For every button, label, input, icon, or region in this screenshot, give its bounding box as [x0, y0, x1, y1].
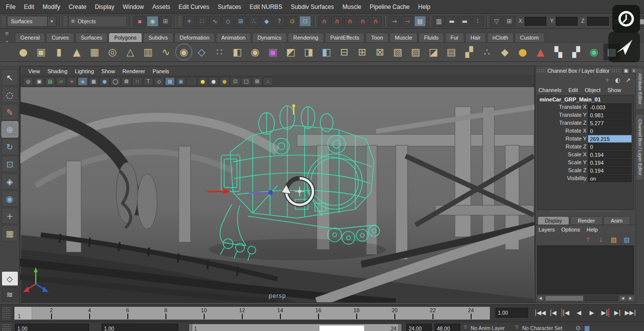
select-surfaces-icon[interactable]: ◇	[222, 16, 234, 27]
layer-editor-tab[interactable]: Render	[570, 216, 602, 225]
lock-selection-icon[interactable]: ⊙	[286, 16, 298, 27]
undock-icon[interactable]: ▣	[623, 67, 630, 74]
menu-item[interactable]: Display	[95, 3, 114, 10]
animation-end-field[interactable]: 48.00	[434, 324, 460, 331]
shelf-tab[interactable]: Polygons	[108, 33, 142, 42]
menu-item[interactable]: Channels	[538, 87, 561, 93]
x-coordinate-input[interactable]	[525, 17, 546, 26]
menu-item[interactable]: Options	[561, 227, 580, 233]
chevron-down-icon[interactable]: ▽	[464, 325, 467, 330]
snap-to-projected-center-icon[interactable]: ∩	[357, 16, 369, 27]
isolate-select-icon[interactable]: ⊞	[252, 77, 262, 86]
shelf-tab[interactable]: Custom	[515, 33, 544, 42]
scale-tool-icon[interactable]: ⊡	[1, 156, 18, 172]
range-start-handle[interactable]	[189, 324, 192, 331]
drag-handle[interactable]	[2, 307, 11, 320]
wireframe-icon[interactable]: ◇	[154, 77, 164, 86]
layer-editor-tab[interactable]: Anim	[603, 216, 630, 225]
channel-value-field[interactable]: 269.215	[588, 135, 632, 142]
smooth-shade-icon[interactable]: ■	[165, 77, 175, 86]
drag-handle[interactable]	[63, 16, 67, 26]
paint-selection-tool-icon[interactable]: ✎	[1, 104, 18, 120]
field-chart-icon[interactable]: ⊠	[121, 77, 131, 86]
node-links-icon[interactable]: ∴	[263, 77, 273, 86]
channel-value-field[interactable]: 0.194	[588, 167, 632, 174]
animation-preferences-icon[interactable]: ▦	[583, 324, 591, 331]
step-back-key-button[interactable]: |◀	[560, 307, 572, 318]
universal-manipulator-icon[interactable]: ◈	[1, 173, 18, 189]
viewport-menu-item[interactable]: Renderer	[122, 68, 145, 74]
channel-value-field[interactable]: 0.981	[588, 111, 632, 119]
select-by-object-icon[interactable]: ◉	[147, 16, 159, 27]
xray-icon[interactable]: □	[241, 77, 251, 86]
poly-cube-icon[interactable]: ▣	[33, 44, 50, 60]
channel-box-titlebar[interactable]: Channel Box / Layer Editor ▣×	[536, 66, 636, 75]
sidebar-vertical-tab[interactable]: Channel Box / Layer Editor	[636, 114, 644, 181]
shelf-tab[interactable]: Muscle	[389, 33, 418, 42]
send-overlay-badge[interactable]	[608, 32, 640, 62]
two-d-pan-zoom-icon[interactable]: +	[67, 77, 77, 86]
drag-handle[interactable]	[2, 324, 11, 331]
menu-item[interactable]: Surfaces	[218, 3, 241, 10]
clock-overlay-badge[interactable]	[612, 5, 640, 33]
shelf-tab[interactable]: Toon	[366, 33, 388, 42]
new-empty-layer-icon[interactable]: ▤	[609, 235, 619, 244]
rotate-tool-icon[interactable]: ↻	[1, 139, 18, 155]
viewport-menu-item[interactable]: Lighting	[75, 68, 94, 74]
step-forward-frame-button[interactable]: ▶|	[611, 307, 624, 318]
poly-helix-icon[interactable]: ∿	[158, 44, 174, 60]
current-time-field[interactable]: 1.00	[495, 308, 528, 318]
character-set-selector[interactable]: No Character Set	[522, 325, 562, 331]
shelf-tab[interactable]: Dynamics	[252, 33, 287, 42]
soft-modification-icon[interactable]: ◉	[1, 190, 18, 207]
y-coordinate-input[interactable]	[556, 17, 578, 26]
custom-layout-icon[interactable]: ≋	[1, 287, 18, 302]
wire-sphere-icon[interactable]: ◉	[586, 44, 602, 60]
shelf-tab[interactable]: Surfaces	[75, 33, 107, 42]
input-connections-icon[interactable]: →	[388, 16, 400, 27]
panel-splitter[interactable]	[550, 211, 621, 216]
transfer-attributes-icon[interactable]: ▚	[550, 44, 567, 60]
scroll-right-icon[interactable]: ▶	[627, 295, 634, 301]
shelf-tab[interactable]: Fluids	[419, 33, 444, 42]
use-default-material-icon[interactable]: ◎	[187, 77, 197, 86]
chevron-down-icon[interactable]: ▽	[515, 325, 519, 330]
sculpt-tool-icon[interactable]: ●	[514, 44, 531, 60]
bookmarks-icon[interactable]: ▤	[45, 77, 55, 86]
channel-value-field[interactable]: 5.277	[588, 119, 632, 127]
shelf-tab[interactable]: Curves	[46, 33, 74, 42]
select-rendering-icon[interactable]: ◆	[261, 16, 272, 27]
menu-item[interactable]: Window	[123, 3, 144, 10]
poly-sphere-icon[interactable]: ●	[15, 44, 32, 60]
show-manipulator-icon[interactable]: +	[1, 208, 18, 224]
combine-icon[interactable]: ∷	[211, 44, 228, 60]
menu-item[interactable]: Subdiv Surfaces	[291, 3, 334, 10]
channel-value-field[interactable]: 0.194	[588, 151, 632, 158]
shelf-tab[interactable]: General	[15, 33, 45, 42]
playback-start-field[interactable]: 1.00	[102, 324, 178, 331]
scroll-left-icon[interactable]: ◀	[619, 295, 626, 301]
film-gate-icon[interactable]: ▦	[89, 77, 99, 86]
drag-handle[interactable]	[178, 16, 182, 26]
current-frame-indicator[interactable]: 1	[14, 307, 32, 320]
safe-title-icon[interactable]: T	[143, 77, 153, 86]
select-by-component-icon[interactable]: ⊞	[160, 16, 171, 27]
shelf-tab[interactable]: Subdivs	[143, 33, 173, 42]
poly-plane-icon[interactable]: ▦	[86, 44, 103, 60]
shelf-tab[interactable]: Hair	[465, 33, 486, 42]
timeline-track[interactable]: 1 2 4 6	[14, 306, 490, 320]
menu-item[interactable]: Muscle	[342, 3, 361, 10]
merge-vertices-icon[interactable]: ∴	[479, 44, 495, 60]
select-tool-icon[interactable]: ↖	[1, 69, 18, 86]
menu-collapse-icon[interactable]: ≣	[5, 31, 9, 36]
shelf-tab[interactable]: Deformation	[174, 33, 215, 42]
ipr-render-icon[interactable]: ▬	[459, 16, 471, 27]
viewport-menu-item[interactable]: Show	[102, 68, 115, 74]
smooth-icon[interactable]: ◉	[247, 44, 264, 60]
mirror-geometry-icon[interactable]: ▞	[461, 44, 478, 60]
poly-cylinder-icon[interactable]: ▮	[51, 44, 67, 60]
shelf-tab[interactable]: Animation	[216, 33, 251, 42]
channel-value-field[interactable]: 0.194	[588, 159, 632, 166]
duplicate-face-icon[interactable]: ▤	[443, 44, 460, 60]
snap-to-grids-icon[interactable]: ∩	[318, 16, 330, 27]
